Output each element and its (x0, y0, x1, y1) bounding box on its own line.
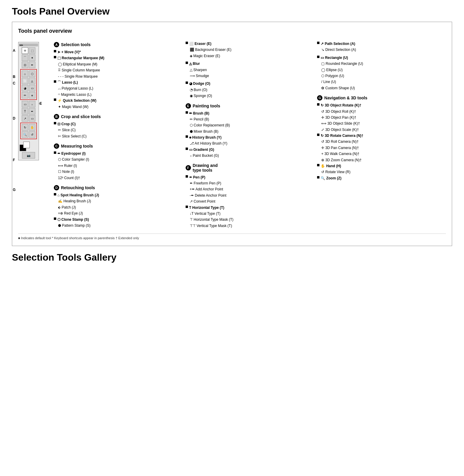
tool-paintbucket[interactable]: ⬦ (29, 101, 35, 107)
background-color[interactable] (23, 142, 30, 148)
tool-crop[interactable]: ⊡ (22, 62, 28, 68)
tool-rotate-view-label: ↺ Rotate View (R) (321, 169, 350, 175)
tool-healing[interactable]: ⌂ (22, 71, 28, 77)
tool-ruler-label: ⟺ Ruler (I) (58, 163, 77, 169)
tool-columns: A Selection tools ➤ + Move (V)* ⬚ Rectan… (51, 39, 446, 229)
tool-polygon: ⬡ Polygon (U) (317, 73, 443, 79)
bullet (317, 42, 319, 44)
tool-gradient[interactable]: ▭ (22, 101, 28, 107)
tool-convert-point: ↗ Convert Point (186, 198, 311, 204)
main-content-box: Tools panel overview A B C D —E F G (12, 22, 452, 246)
tool-eraser[interactable]: ⬜ (22, 78, 28, 84)
tool-3d-obj-scale: ⤢ 3D Object Scale (K)† (317, 127, 443, 133)
tool-camera[interactable]: 📷 (22, 152, 35, 159)
tool-paint-bucket: ⬦ Paint Bucket (G) (186, 153, 311, 159)
bullet (317, 176, 319, 178)
section-painting-title: E Painting tools (186, 103, 311, 109)
section-measuring-title: C Measuring tools (54, 143, 180, 149)
tool-3d-walk-cam: + 3D Walk Camera (N)† (317, 151, 443, 157)
tool-color-replacement: ⬡ Color Replacement (B) (186, 122, 311, 128)
pink-box-de: ⌂ ⬡ ⬜ ◬ ◕ ▭ (20, 69, 37, 100)
section-d-circle: D (54, 185, 59, 190)
tool-magic-wand: ✦ Magic Wand (W) (54, 104, 180, 110)
label-c: C (13, 81, 15, 85)
tool-single-col-marquee: ⠿ Single Column Marquee (54, 67, 180, 73)
tool-sharpen: △ Sharpen (186, 67, 311, 73)
tool-rotate-view[interactable]: ↺ (29, 131, 35, 138)
tool-line: / Line (U) (317, 79, 443, 85)
label-b: B (13, 75, 15, 79)
section-nav-title: G Navigation & 3D tools (317, 95, 443, 101)
tool-blur[interactable]: ◬ (29, 78, 35, 84)
tool-art-history-label: ⎇ Art History Brush (Y) (190, 140, 228, 146)
tool-add-anchor: +✒ Add Anchor Point (186, 186, 311, 192)
section-d-label: Retouching tools (61, 185, 95, 190)
bullet (317, 164, 319, 166)
tool-eyedropper[interactable]: ✒ (29, 62, 35, 68)
tool-vert-type-label: ↓T Vertical Type (T) (190, 211, 221, 217)
tool-magic-eraser-label: ◈ Magic Eraser (E) (190, 53, 220, 59)
tool-single-row-marquee-label: - - - Single Row Marquee (58, 73, 98, 79)
tool-magic-wand-label: ✦ Magic Wand (W) (58, 104, 88, 110)
tool-zoom[interactable]: 🔍 (22, 131, 28, 138)
panel-img: ▶▶ ✛ ⬚ ⌒ ✦ ⊡ ✒ (18, 42, 39, 160)
tool-direct-sel: ↘ Direct Selection (A) (317, 47, 443, 53)
tool-pen[interactable]: ✒ (29, 108, 35, 115)
tool-brush[interactable]: ✏ (22, 92, 28, 98)
tool-paint-bucket-label: ⬦ Paint Bucket (G) (190, 153, 219, 159)
tool-history-brush[interactable]: ⎈ (29, 92, 35, 98)
tool-magic-wand[interactable]: ✦ (29, 54, 35, 61)
tool-vert-type-mask: ⊤⊤ Vertical Type Mask (T) (186, 223, 311, 229)
tool-add-anchor-label: +✒ Add Anchor Point (190, 186, 223, 192)
tool-magic-eraser: ◈ Magic Eraser (E) (186, 53, 311, 59)
col-2: ⬜ Eraser (E) ⬛ Background Eraser (E) ◈ M… (183, 39, 314, 229)
tool-healing-brush-label: ✍ Healing Brush (J) (58, 198, 91, 204)
tool-3d-zoom-cam-label: ⊕ 3D Zoom Camera (N)† (321, 157, 361, 163)
tool-pattern-stamp-label: ⬢ Pattern Stamp (S) (58, 223, 90, 228)
tool-rect-marquee-label: ⬚ Rectangular Marquee (M) (57, 55, 104, 61)
section-g-circle: G (317, 95, 322, 101)
tool-move[interactable]: ✛ (22, 47, 28, 54)
tool-dodge[interactable]: ◕ (22, 85, 28, 91)
tool-marquee[interactable]: ⬚ (29, 47, 35, 54)
tool-clone[interactable]: ⬡ (29, 71, 35, 77)
bullet (186, 135, 188, 138)
section-crop-title: B Crop and slice tools (54, 114, 180, 119)
bullet (54, 151, 56, 154)
section-a-label: Selection tools (61, 42, 91, 47)
tool-type[interactable]: T (22, 108, 28, 115)
tool-vert-type: ↓T Vertical Type (T) (186, 211, 311, 217)
tool-gradient-primary-label: ▭ Gradient (G) (189, 147, 214, 153)
tool-rect[interactable]: ▭ (29, 115, 35, 122)
tool-burn[interactable]: ▭ (29, 85, 35, 91)
tool-lasso-label: ⌒ Lasso (L) (57, 79, 78, 85)
tools-panel-illustration: A B C D —E F G ▶▶ (18, 42, 42, 229)
section-g-label: Navigation & 3D tools (324, 95, 367, 100)
tool-3d-rotate-cam: ↻ 3D Rotate Camera (N)† (317, 133, 443, 139)
tool-vert-type-mask-label: ⊤⊤ Vertical Type Mask (T) (190, 223, 232, 229)
label-a: A (13, 48, 15, 53)
section-c-label: Measuring tools (61, 144, 93, 148)
tool-rectangle-primary-label: ▭ Rectangle (U) (321, 55, 348, 61)
bullet (54, 98, 56, 101)
tool-3d-obj-roll: ↺ 3D Object Roll (K)† (317, 109, 443, 115)
bullet (186, 82, 188, 84)
tool-3d-obj-pan-label: ✛ 3D Object Pan (K)† (321, 115, 356, 120)
page-title: Tools Panel Overview (12, 6, 452, 17)
tool-poly-lasso: ⌓ Polygonal Lasso (L) (54, 85, 180, 91)
tool-history-brush-label: ⎈ History Brush (Y) (189, 134, 222, 140)
tool-healing-brush: ✍ Healing Brush (J) (54, 198, 180, 204)
tool-direct-sel-label: ↘ Direct Selection (A) (321, 47, 356, 53)
tool-lasso[interactable]: ⌒ (22, 54, 28, 61)
label-g: G (13, 188, 15, 192)
tool-single-row-marquee: - - - Single Row Marquee (54, 73, 180, 79)
tool-3d-rotate[interactable]: ↻ (22, 124, 28, 131)
tool-hand[interactable]: ✋ (29, 124, 35, 131)
tool-move-label: ➤ + Move (V)* (57, 49, 81, 55)
tool-count-label: 12³ Count (I)† (58, 175, 80, 181)
tool-burn-label: ◔ Burn (O) (190, 87, 207, 93)
tool-path[interactable]: ↗ (22, 115, 28, 122)
tool-sponge-label: ◉ Sponge (O) (190, 93, 212, 99)
tool-horiz-type-label: T Horizontal Type (T) (189, 205, 224, 211)
tool-pen-primary: ✒ Pen (P) (186, 174, 311, 180)
